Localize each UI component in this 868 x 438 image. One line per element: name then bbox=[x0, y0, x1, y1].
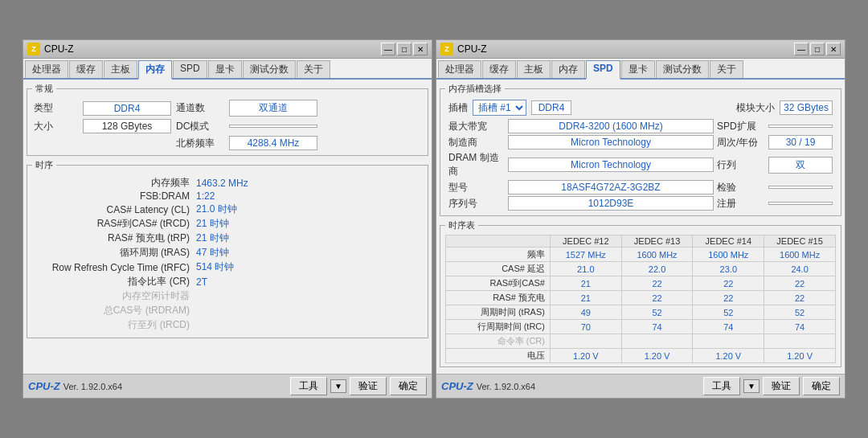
cell-trc-12: 70 bbox=[550, 320, 621, 334]
right-tab-motherboard[interactable]: 主板 bbox=[517, 60, 551, 78]
cell-rascas-12: 21 bbox=[550, 276, 621, 291]
left-normal-title: 常规 bbox=[32, 83, 56, 95]
cell-trc-14: 74 bbox=[693, 320, 764, 334]
timing-label-8: 内存空闲计时器 bbox=[35, 289, 196, 303]
left-minimize-button[interactable]: — bbox=[381, 43, 395, 55]
module-size-label: 模块大小 bbox=[736, 101, 775, 115]
left-tab-spd[interactable]: SPD bbox=[173, 60, 207, 78]
right-ok-button[interactable]: 确定 bbox=[803, 377, 840, 395]
main-container: Z CPU-Z — □ ✕ 处理器 缓存 主板 内存 SPD 显卡 测试分数 关… bbox=[19, 36, 849, 402]
timing-label-5: 循环周期 (tRAS) bbox=[35, 246, 196, 260]
table-row: 行周期时间 (tRC) 70 74 74 74 bbox=[446, 320, 836, 334]
row-label-tras: 周期时间 (tRAS) bbox=[446, 305, 551, 320]
table-row: CAS# 延迟 21.0 22.0 23.0 24.0 bbox=[446, 262, 836, 276]
cell-tras-14: 52 bbox=[693, 305, 764, 320]
right-verify-button[interactable]: 验证 bbox=[763, 377, 800, 395]
left-content-area: 常规 类型 DDR4 通道数 双通道 大小 128 GBytes DC模式 北桥… bbox=[23, 80, 432, 374]
left-close-button[interactable]: ✕ bbox=[413, 43, 428, 55]
table-row: 电压 1.20 V 1.20 V 1.20 V 1.20 V bbox=[446, 349, 836, 363]
channel-value: 双通道 bbox=[229, 100, 317, 117]
right-tab-processor[interactable]: 处理器 bbox=[438, 60, 481, 78]
cell-freq-13: 1600 MHz bbox=[621, 248, 693, 262]
dc-label: DC模式 bbox=[176, 120, 224, 133]
left-restore-button[interactable]: □ bbox=[397, 43, 411, 55]
table-row: 周期时间 (tRAS) 49 52 52 52 bbox=[446, 305, 836, 320]
right-slot-title: 内存插槽选择 bbox=[445, 83, 505, 95]
right-tab-about[interactable]: 关于 bbox=[710, 60, 743, 78]
cell-tras-15: 52 bbox=[764, 305, 836, 320]
left-tab-processor[interactable]: 处理器 bbox=[25, 60, 68, 78]
timing-label-4: RAS# 预充电 (tRP) bbox=[35, 231, 196, 245]
type-value: DDR4 bbox=[83, 101, 171, 116]
left-timing-section: 时序 内存频率 1463.2 MHz FSB:DRAM 1:22 CAS# La… bbox=[27, 159, 428, 338]
col-header-jedec12: JEDEC #12 bbox=[550, 235, 621, 248]
timing-row-5: 循环周期 (tRAS) 47 时钟 bbox=[35, 246, 420, 260]
timing-rows: 内存频率 1463.2 MHz FSB:DRAM 1:22 CAS# Laten… bbox=[32, 174, 423, 334]
timing-row-1: FSB:DRAM 1:22 bbox=[35, 190, 420, 202]
right-content-area: 内存插槽选择 插槽 插槽 #1 插槽 #2 插槽 #3 插槽 #4 DDR4 模… bbox=[436, 80, 845, 374]
right-tab-bench[interactable]: 测试分数 bbox=[656, 60, 709, 78]
left-app-icon: Z bbox=[27, 43, 40, 55]
slot-select[interactable]: 插槽 #1 插槽 #2 插槽 #3 插槽 #4 bbox=[473, 100, 526, 116]
right-slot-section: 内存插槽选择 插槽 插槽 #1 插槽 #2 插槽 #3 插槽 #4 DDR4 模… bbox=[440, 83, 841, 216]
left-tab-cache[interactable]: 缓存 bbox=[69, 60, 103, 78]
serial-value: 1012D93E bbox=[508, 196, 714, 211]
right-tools-arrow[interactable]: ▼ bbox=[743, 379, 760, 393]
left-tab-graphics[interactable]: 显卡 bbox=[208, 60, 242, 78]
right-tab-bar: 处理器 缓存 主板 内存 SPD 显卡 测试分数 关于 bbox=[436, 59, 845, 80]
check-label: 检验 bbox=[717, 181, 765, 194]
cell-v-13: 1.20 V bbox=[621, 349, 693, 363]
right-title-bar: Z CPU-Z — □ ✕ bbox=[436, 40, 845, 59]
max-bandwidth-value: DDR4-3200 (1600 MHz) bbox=[508, 119, 714, 133]
right-tools-button[interactable]: 工具 bbox=[703, 377, 740, 395]
left-verify-button[interactable]: 验证 bbox=[350, 377, 387, 395]
left-tab-memory[interactable]: 内存 bbox=[138, 60, 172, 80]
row-label: 行列 bbox=[717, 158, 765, 172]
cell-tras-12: 49 bbox=[550, 305, 621, 320]
right-minimize-button[interactable]: — bbox=[794, 43, 809, 55]
left-ok-button[interactable]: 确定 bbox=[390, 377, 427, 395]
right-window-controls: — □ ✕ bbox=[794, 43, 841, 55]
timing-table: JEDEC #12 JEDEC #13 JEDEC #14 JEDEC #15 … bbox=[445, 235, 836, 363]
row-label-trc: 行周期时间 (tRC) bbox=[446, 320, 551, 334]
right-timing-section: 时序表 JEDEC #12 JEDEC #13 JEDEC #14 JEDEC … bbox=[440, 219, 841, 367]
right-tab-cache[interactable]: 缓存 bbox=[482, 60, 516, 78]
row-label-cr: 命令率 (CR) bbox=[446, 334, 551, 349]
right-brand: CPU-Z bbox=[441, 380, 473, 392]
timing-row-7: 指令比率 (CR) 2T bbox=[35, 275, 420, 289]
manufacturer-value: Micron Technology bbox=[508, 135, 714, 149]
left-tab-about[interactable]: 关于 bbox=[297, 60, 330, 78]
timing-value-7: 2T bbox=[196, 276, 420, 288]
ddr-type-value: DDR4 bbox=[531, 100, 571, 115]
left-brand: CPU-Z bbox=[28, 380, 60, 392]
left-version: Ver. 1.92.0.x64 bbox=[63, 382, 287, 391]
right-cpuz-window: Z CPU-Z — □ ✕ 处理器 缓存 主板 内存 SPD 显卡 测试分数 关… bbox=[436, 39, 845, 399]
right-tab-memory[interactable]: 内存 bbox=[551, 60, 585, 78]
table-row: 频率 1527 MHz 1600 MHz 1600 MHz 1600 MHz bbox=[446, 248, 836, 262]
left-tools-button[interactable]: 工具 bbox=[290, 377, 327, 395]
spd-label: SPD扩展 bbox=[717, 120, 765, 133]
right-close-button[interactable]: ✕ bbox=[826, 43, 841, 55]
left-tools-arrow[interactable]: ▼ bbox=[330, 379, 346, 393]
timing-row-3: RAS#到CAS# (tRCD) 21 时钟 bbox=[35, 217, 420, 231]
cell-raspre-15: 22 bbox=[764, 291, 836, 305]
serial-label: 序列号 bbox=[448, 197, 505, 211]
timing-label-3: RAS#到CAS# (tRCD) bbox=[35, 217, 196, 231]
right-tab-spd[interactable]: SPD bbox=[586, 60, 620, 80]
cell-rascas-14: 22 bbox=[693, 276, 764, 291]
col-header-jedec13: JEDEC #13 bbox=[621, 235, 693, 248]
left-tab-bench[interactable]: 测试分数 bbox=[243, 60, 296, 78]
cell-tras-13: 52 bbox=[621, 305, 693, 320]
cell-v-14: 1.20 V bbox=[693, 349, 764, 363]
right-tab-graphics[interactable]: 显卡 bbox=[621, 60, 655, 78]
timing-label-7: 指令比率 (CR) bbox=[35, 275, 196, 289]
dc-value bbox=[229, 125, 317, 128]
table-row: RAS# 预充电 21 22 22 22 bbox=[446, 291, 836, 305]
cell-cas-15: 24.0 bbox=[764, 262, 836, 276]
cell-cr-14 bbox=[693, 334, 764, 349]
col-header-jedec14: JEDEC #14 bbox=[693, 235, 764, 248]
timing-label-2: CAS# Latency (CL) bbox=[35, 204, 196, 215]
cell-raspre-12: 21 bbox=[550, 291, 621, 305]
right-restore-button[interactable]: □ bbox=[810, 43, 825, 55]
left-tab-motherboard[interactable]: 主板 bbox=[104, 60, 137, 78]
